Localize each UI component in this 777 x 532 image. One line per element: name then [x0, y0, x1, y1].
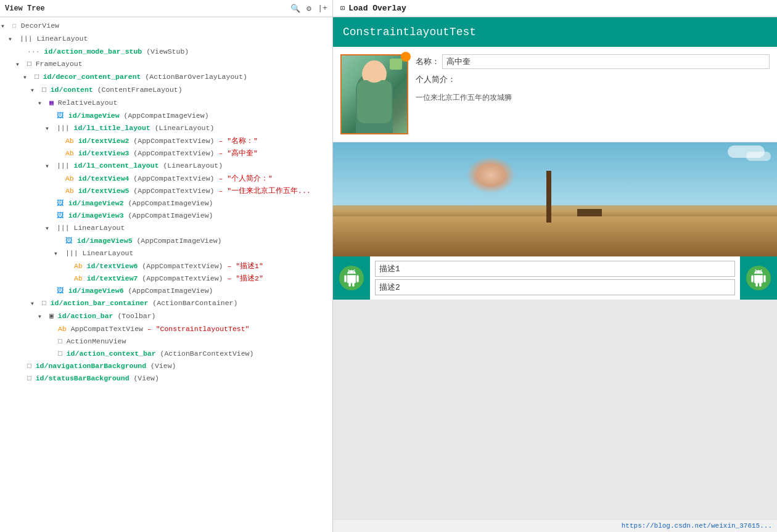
top-bar: View Tree 🔍 ⚙ |+ ⊡ Load Overlay	[0, 0, 777, 17]
name-label: 名称：	[416, 56, 440, 67]
tree-node-action-bar-container[interactable]: ▼ □ id/action_bar_container (ActionBarCo…	[0, 297, 332, 310]
bottom-avatar-right	[740, 256, 777, 300]
desc1-field: 描述1	[375, 261, 735, 277]
tree-node-linear2[interactable]: ▼ ||| LinearLayout	[0, 222, 332, 235]
tree-node-decor-content[interactable]: ▼ □ id/decor_content_parent (ActionBarOv…	[0, 71, 332, 84]
bottom-space	[333, 300, 777, 519]
bio-label: 个人简介：	[416, 74, 456, 85]
search-icon[interactable]: 🔍	[290, 4, 300, 14]
desc2-field: 描述2	[375, 279, 735, 295]
tree-node-textview7[interactable]: Ab id/textView7 (AppCompatTextView) – "描…	[0, 272, 332, 285]
view-tree-title: View Tree	[5, 4, 287, 13]
url-text: https://blog.csdn.net/weixin_37615...	[622, 522, 772, 530]
view-tree-panel[interactable]: ▼ □ DecorView ▼ ||| LinearLayout ··· id/…	[0, 17, 333, 532]
tree-node-viewstub[interactable]: ··· id/action_mode_bar_stub (ViewStub)	[0, 46, 332, 58]
tree-node-textview6[interactable]: Ab id/textView6 (AppCompatTextView) – "描…	[0, 260, 332, 272]
profile-info: 名称： 高中奎 个人简介： 一位来北京工作五年的攻城狮	[408, 54, 770, 134]
bottom-avatar-left	[333, 256, 370, 300]
toolbar-title: ConstraintlayoutTest	[343, 26, 476, 38]
bio-row: 个人简介：	[416, 74, 770, 85]
android-icon-right	[750, 269, 767, 287]
profile-image-container	[340, 54, 408, 134]
expand-icon[interactable]: ▼	[1, 20, 7, 33]
tree-node-frame1[interactable]: ▼ □ FrameLayout	[0, 58, 332, 71]
tree-node-action-menu[interactable]: □ ActionMenuView	[0, 335, 332, 348]
app-toolbar: ConstraintlayoutTest	[333, 17, 777, 47]
name-row: 名称： 高中奎	[416, 54, 770, 69]
tree-node-content-layout[interactable]: ▼ ||| id/l1_content_layout (LinearLayout…	[0, 160, 332, 173]
top-bar-right: ⊡ Load Overlay	[333, 0, 414, 17]
tree-node-content[interactable]: ▼ □ id/content (ContentFrameLayout)	[0, 84, 332, 97]
tree-node-imageview6[interactable]: 🖼 id/imageView6 (AppCompatImageView)	[0, 285, 332, 297]
tree-trunk	[546, 171, 551, 222]
tree-node-imageview2[interactable]: 🖼 id/imageView2 (AppCompatImageView)	[0, 197, 332, 210]
android-avatar-left	[339, 266, 364, 290]
pin-icon[interactable]: |+	[318, 4, 327, 14]
tree-node-decor[interactable]: ▼ □ DecorView	[0, 20, 332, 33]
profile-image	[340, 54, 408, 134]
tree-branches	[466, 157, 516, 194]
tree-node-linear1[interactable]: ▼ ||| LinearLayout	[0, 33, 332, 46]
bottom-section: 描述1 描述2	[333, 256, 777, 300]
tree-node-textview3[interactable]: Ab id/textView3 (AppCompatTextView) – "高…	[0, 147, 332, 160]
tree-node-title-layout[interactable]: ▼ ||| id/l1_title_layout (LinearLayout)	[0, 122, 332, 135]
tree-node-textview5[interactable]: Ab id/textView5 (AppCompatTextView) – "一…	[0, 185, 332, 197]
bio-value: 一位来北京工作五年的攻城狮	[416, 92, 770, 103]
app-screen: ConstraintlayoutTest 名称：	[333, 17, 777, 532]
main-content: ▼ □ DecorView ▼ ||| LinearLayout ··· id/…	[0, 17, 777, 532]
tree-node-action-context[interactable]: □ id/action_context_bar (ActionBarContex…	[0, 348, 332, 360]
top-bar-left: View Tree 🔍 ⚙ |+	[0, 0, 333, 17]
settings-icon[interactable]: ⚙	[304, 4, 314, 14]
load-overlay-button[interactable]: Load Overlay	[348, 4, 406, 13]
tree-node-nav-bar[interactable]: □ id/navigationBarBackground (View)	[0, 360, 332, 372]
tree-node-imageview5[interactable]: 🖼 id/imageView5 (AppCompatImageView)	[0, 235, 332, 247]
overlay-icon: ⊡	[340, 4, 345, 13]
tree-node-textview4[interactable]: Ab id/textView4 (AppCompatTextView) – "个…	[0, 173, 332, 185]
tree-node-app-title[interactable]: Ab AppCompatTextView – "Constraintlayout…	[0, 323, 332, 335]
tree-node-imageview3[interactable]: 🖼 id/imageView3 (AppCompatImageView)	[0, 210, 332, 222]
tree-node-linear3[interactable]: ▼ ||| LinearLayout	[0, 247, 332, 260]
android-icon-left	[343, 269, 360, 287]
ground	[333, 216, 777, 256]
name-value: 高中奎	[442, 54, 770, 69]
sky	[333, 142, 777, 205]
android-avatar-right	[746, 266, 771, 290]
nature-image	[333, 142, 777, 256]
tree-node-status-bar[interactable]: □ id/statusBarBackground (View)	[0, 372, 332, 385]
url-bar: https://blog.csdn.net/weixin_37615...	[333, 519, 777, 532]
descriptions-area: 描述1 描述2	[370, 256, 740, 300]
tree-node-textview2[interactable]: Ab id/textView2 (AppCompatTextView) – "名…	[0, 135, 332, 147]
bench	[577, 209, 602, 216]
phone-preview-panel: ConstraintlayoutTest 名称：	[333, 17, 777, 532]
tree-node-imageview1[interactable]: 🖼 id/imageView (AppCompatImageView)	[0, 110, 332, 122]
profile-section: 名称： 高中奎 个人简介： 一位来北京工作五年的攻城狮	[333, 47, 777, 142]
tree-node-action-bar[interactable]: ▼ ▣ id/action_bar (Toolbar)	[0, 310, 332, 323]
profile-badge	[401, 52, 411, 62]
toolbar-icons: 🔍 ⚙ |+	[290, 4, 327, 14]
tree-node-relative[interactable]: ▼ ▦ RelativeLayout	[0, 97, 332, 110]
